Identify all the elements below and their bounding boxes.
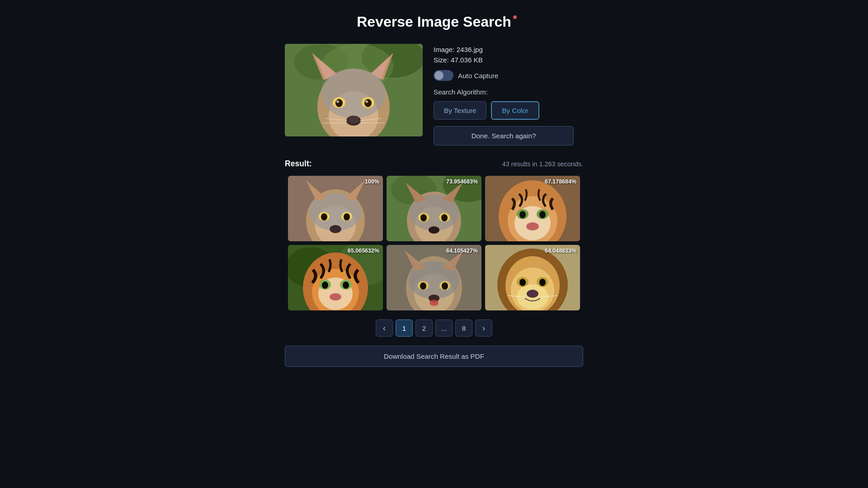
- result-score: 64.048833%: [545, 248, 576, 254]
- svg-point-16: [365, 100, 368, 103]
- result-score: 100%: [365, 178, 379, 185]
- page-2-button[interactable]: 2: [415, 319, 433, 337]
- svg-point-66: [330, 293, 341, 300]
- by-color-button[interactable]: By Color: [491, 101, 539, 120]
- svg-point-44: [420, 214, 427, 221]
- search-again-button[interactable]: Done. Search again?: [434, 126, 574, 145]
- svg-point-33: [330, 225, 341, 233]
- next-page-button[interactable]: ›: [475, 319, 492, 337]
- svg-point-13: [335, 99, 343, 107]
- result-label: Result:: [285, 159, 312, 169]
- image-size: Size: 47.036 KB: [434, 56, 574, 64]
- auto-capture-label: Auto Capture: [458, 72, 499, 80]
- image-filename: Image: 2436.jpg: [434, 46, 574, 53]
- svg-point-14: [364, 99, 372, 107]
- svg-point-18: [348, 116, 359, 123]
- svg-point-10: [321, 69, 386, 118]
- pagination: ‹ 1 2 ... 8 ›: [376, 319, 492, 337]
- result-stats: 43 results in 1.263 seconds.: [502, 160, 583, 168]
- result-item[interactable]: 73.954683%: [387, 176, 481, 241]
- auto-capture-toggle[interactable]: [434, 70, 453, 81]
- svg-point-45: [441, 214, 448, 221]
- result-item[interactable]: 64.105427%: [387, 245, 481, 310]
- svg-point-55: [526, 222, 539, 230]
- svg-point-78: [429, 300, 439, 306]
- svg-point-86: [519, 279, 526, 286]
- svg-point-32: [344, 213, 350, 221]
- svg-point-53: [519, 211, 526, 218]
- page-8-button[interactable]: 8: [455, 319, 472, 337]
- svg-point-88: [527, 290, 538, 298]
- page-title: Reverse Image Search: [357, 14, 511, 30]
- result-item[interactable]: 64.048833%: [485, 245, 580, 310]
- svg-point-31: [321, 213, 327, 221]
- page-ellipsis: ...: [435, 319, 453, 337]
- preview-image-container[interactable]: [285, 44, 423, 136]
- svg-point-46: [429, 226, 439, 234]
- prev-page-button[interactable]: ‹: [376, 319, 393, 337]
- search-algorithm-label: Search Algorithm:: [434, 88, 574, 96]
- download-button[interactable]: Download Search Result as PDF: [285, 346, 583, 367]
- results-grid: 100% 73.954683%: [288, 176, 580, 310]
- title-dot: [513, 15, 517, 19]
- page-1-button[interactable]: 1: [396, 319, 413, 337]
- result-item[interactable]: 100%: [288, 176, 383, 241]
- svg-point-65: [343, 282, 349, 289]
- svg-point-76: [442, 282, 448, 290]
- svg-point-87: [539, 279, 546, 286]
- result-item[interactable]: 65.065632%: [288, 245, 383, 310]
- svg-point-54: [539, 211, 546, 218]
- result-score: 67.178684%: [545, 178, 576, 185]
- result-score: 64.105427%: [446, 248, 478, 254]
- result-item[interactable]: 67.178684%: [485, 176, 580, 241]
- result-score: 73.954683%: [446, 178, 478, 185]
- result-score: 65.065632%: [348, 248, 379, 254]
- by-texture-button[interactable]: By Texture: [434, 101, 486, 120]
- svg-point-75: [420, 282, 426, 290]
- svg-point-64: [322, 282, 328, 289]
- svg-point-15: [336, 100, 339, 103]
